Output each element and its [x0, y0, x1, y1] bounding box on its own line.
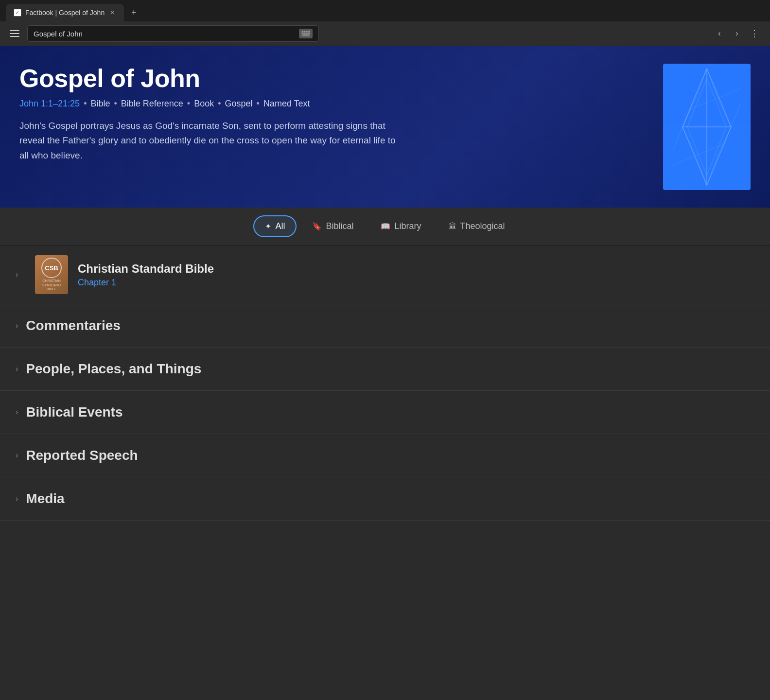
csb-info: Christian Standard Bible Chapter 1 — [78, 262, 754, 288]
meta-tag-bible: Bible — [90, 99, 110, 109]
hero-content: Gospel of John John 1:1–21:25 • Bible • … — [19, 64, 663, 190]
tabs-bar: ✦ All 🔖 Biblical 📖 Library 🏛 Theological — [0, 208, 770, 245]
csb-abbr: CSB — [45, 264, 58, 272]
svg-rect-1 — [302, 31, 303, 32]
meta-tag-book: Book — [194, 99, 214, 109]
csb-name: Christian Standard Bible — [78, 262, 754, 276]
biblical-events-arrow: › — [16, 408, 18, 417]
svg-rect-8 — [308, 33, 310, 34]
people-places-things-arrow: › — [16, 365, 18, 373]
address-bar[interactable] — [27, 25, 319, 42]
people-places-things-section[interactable]: › People, Places, and Things — [0, 348, 770, 391]
media-arrow: › — [16, 494, 18, 503]
commentaries-arrow: › — [16, 321, 18, 330]
csb-item[interactable]: › CSB CHRISTIANSTANDARDBIBLE Christian S… — [0, 245, 770, 304]
tab-all[interactable]: ✦ All — [253, 215, 297, 237]
toolbar: ‹ › ⋮ — [0, 21, 770, 46]
meta-tag-bible-reference: Bible Reference — [121, 99, 183, 109]
main-content: Gospel of John John 1:1–21:25 • Bible • … — [0, 46, 770, 521]
csb-expand-arrow: › — [16, 270, 25, 279]
more-options-button[interactable]: ⋮ — [747, 26, 762, 41]
hero-image — [663, 64, 751, 190]
section-list: › CSB CHRISTIANSTANDARDBIBLE Christian S… — [0, 245, 770, 521]
media-title: Media — [26, 491, 64, 507]
tab-close-button[interactable]: ✕ — [108, 9, 116, 17]
bible-reference-link[interactable]: John 1:1–21:25 — [19, 99, 80, 109]
svg-rect-5 — [302, 33, 303, 34]
theological-tab-icon: 🏛 — [449, 222, 456, 231]
tab-favicon: ✓ — [14, 9, 21, 17]
svg-rect-7 — [306, 33, 307, 34]
tab-library-label: Library — [394, 221, 421, 231]
browser-chrome: ✓ Factbook | Gospel of John ✕ + — [0, 0, 770, 46]
csb-cover-circle: CSB — [41, 258, 62, 278]
tab-theological-label: Theological — [460, 221, 505, 231]
hero-description: John's Gospel portrays Jesus as God's in… — [19, 119, 399, 163]
hero-meta: John 1:1–21:25 • Bible • Bible Reference… — [19, 99, 663, 109]
back-button[interactable]: ‹ — [712, 26, 727, 41]
all-tab-icon: ✦ — [265, 222, 271, 231]
reported-speech-section[interactable]: › Reported Speech — [0, 434, 770, 477]
hero-title: Gospel of John — [19, 64, 663, 93]
commentaries-section[interactable]: › Commentaries — [0, 304, 770, 348]
tab-title: Factbook | Gospel of John — [25, 9, 105, 17]
svg-rect-6 — [304, 33, 305, 34]
commentaries-title: Commentaries — [26, 318, 121, 333]
hero-banner: Gospel of John John 1:1–21:25 • Bible • … — [0, 46, 770, 208]
biblical-events-title: Biblical Events — [26, 404, 122, 420]
meta-separator-3: • — [187, 99, 190, 109]
people-places-things-title: People, Places, and Things — [26, 361, 201, 377]
biblical-tab-icon: 🔖 — [312, 222, 322, 231]
reported-speech-arrow: › — [16, 451, 18, 460]
tab-library[interactable]: 📖 Library — [369, 215, 433, 237]
tab-theological[interactable]: 🏛 Theological — [437, 215, 517, 237]
tab-biblical[interactable]: 🔖 Biblical — [300, 215, 365, 237]
meta-separator-1: • — [84, 99, 87, 109]
svg-rect-9 — [303, 35, 309, 35]
new-tab-button[interactable]: + — [126, 5, 141, 20]
nav-buttons: ‹ › ⋮ — [712, 26, 762, 41]
tab-biblical-label: Biblical — [326, 221, 353, 231]
csb-chapter-link[interactable]: Chapter 1 — [78, 278, 754, 288]
tab-bar: ✓ Factbook | Gospel of John ✕ + — [0, 4, 770, 21]
csb-cover-full-text: CHRISTIANSTANDARDBIBLE — [42, 279, 61, 291]
tab-all-label: All — [275, 221, 285, 231]
svg-rect-2 — [304, 31, 305, 32]
keyboard-icon[interactable] — [299, 29, 313, 38]
svg-rect-4 — [308, 31, 310, 32]
active-tab[interactable]: ✓ Factbook | Gospel of John ✕ — [6, 4, 124, 21]
library-tab-icon: 📖 — [381, 222, 390, 231]
menu-button[interactable] — [8, 28, 21, 39]
address-input[interactable] — [34, 30, 295, 38]
reported-speech-title: Reported Speech — [26, 448, 138, 463]
biblical-events-section[interactable]: › Biblical Events — [0, 391, 770, 434]
meta-tag-gospel: Gospel — [225, 99, 253, 109]
meta-separator-5: • — [257, 99, 260, 109]
csb-cover: CSB CHRISTIANSTANDARDBIBLE — [35, 255, 68, 294]
media-section[interactable]: › Media — [0, 477, 770, 521]
svg-rect-3 — [306, 31, 307, 32]
meta-tag-named-text: Named Text — [263, 99, 310, 109]
meta-separator-2: • — [114, 99, 117, 109]
forward-button[interactable]: › — [729, 26, 745, 41]
meta-separator-4: • — [218, 99, 221, 109]
